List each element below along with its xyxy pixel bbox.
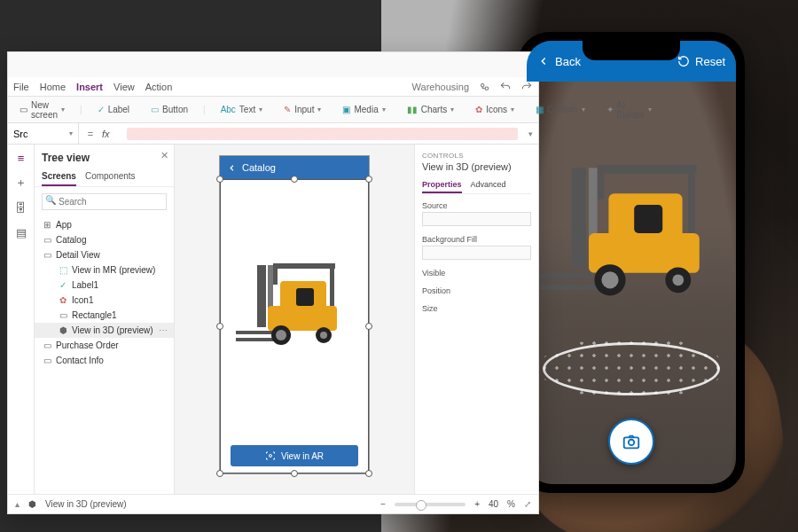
button-icon: ▭ — [151, 105, 159, 114]
screen-icon: ▭ — [42, 356, 52, 365]
rail-tree-button[interactable]: ≡ — [13, 150, 29, 166]
tree-node-view3d[interactable]: ⬢View in 3D (preview)⋯ — [35, 323, 174, 338]
tree-node-rect1[interactable]: ▭Rectangle1 — [35, 308, 174, 323]
zoom-out-button[interactable]: − — [380, 499, 386, 509]
zoom-pct: % — [507, 499, 515, 509]
resize-handle[interactable] — [291, 176, 298, 183]
tree-node-contact[interactable]: ▭Contact Info — [35, 353, 174, 368]
fit-screen-button[interactable]: ⤢ — [524, 499, 531, 509]
zoom-slider[interactable] — [395, 503, 466, 506]
resize-handle[interactable] — [216, 176, 223, 183]
camera-icon — [622, 432, 641, 451]
menu-home[interactable]: Home — [40, 82, 66, 92]
resize-handle[interactable] — [365, 176, 372, 183]
screen-icon: ▭ — [42, 340, 52, 350]
canvas-header-label: Catalog — [242, 162, 276, 173]
chevron-down-icon[interactable]: ▾ — [523, 129, 538, 138]
resize-handle[interactable] — [365, 470, 372, 477]
app-name-label: Warehousing — [412, 82, 469, 92]
tree-node-detail[interactable]: ▭Detail View — [35, 247, 174, 262]
prop-bgfill-label: Background Fill — [422, 235, 531, 244]
tab-screens[interactable]: Screens — [42, 168, 76, 186]
insert-label-button[interactable]: ✓ Label — [91, 102, 136, 117]
insert-custom-menu[interactable]: ▦Custom▾ — [529, 102, 591, 117]
tab-components[interactable]: Components — [85, 168, 136, 186]
selection-outline — [220, 179, 369, 473]
rail-insert-button[interactable]: ＋ — [13, 175, 29, 191]
insert-input-menu[interactable]: ✎Input▾ — [278, 102, 327, 117]
forklift-3d-model — [546, 162, 716, 318]
input-icon: ✎ — [284, 105, 291, 114]
phone-back-button[interactable]: Back — [537, 55, 581, 68]
tree-node-catalog[interactable]: ▭Catalog — [35, 232, 174, 247]
prop-bgfill-input[interactable] — [422, 246, 531, 260]
prop-source-label: Source — [422, 201, 531, 210]
undo-icon[interactable] — [499, 81, 512, 93]
reset-icon — [677, 55, 690, 67]
prop-visible-label: Visible — [422, 269, 531, 278]
zoom-in-button[interactable]: + — [474, 499, 480, 509]
svg-point-12 — [485, 87, 489, 90]
menu-view[interactable]: View — [113, 82, 135, 92]
formula-input[interactable] — [127, 128, 518, 140]
insert-button-button[interactable]: ▭ Button — [145, 102, 194, 117]
database-icon: 🗄 — [15, 201, 27, 215]
equals-label: = — [79, 129, 102, 139]
status-bar: ▴ ⬢ View in 3D (preview) − + 40 % ⤢ — [8, 494, 538, 513]
menu-action[interactable]: Action — [145, 82, 173, 92]
properties-pane: CONTROLS View in 3D (preview) Properties… — [414, 145, 538, 494]
screen-icon: ▭ — [42, 235, 52, 245]
phone-shutter-button[interactable] — [608, 419, 654, 465]
tree-node-view-mr[interactable]: ⬚View in MR (preview) — [35, 262, 174, 278]
insert-media-menu[interactable]: ▣Media▾ — [336, 102, 391, 117]
menu-file[interactable]: File — [13, 82, 29, 92]
property-selector[interactable]: Src▾ — [8, 123, 79, 144]
more-icon[interactable]: ⋯ — [159, 325, 168, 335]
app-checker-icon[interactable] — [478, 81, 490, 93]
rail-media-button[interactable]: ▤ — [13, 224, 29, 240]
insert-text-label: Text — [239, 105, 255, 114]
chevron-down-icon[interactable]: ▴ — [15, 499, 20, 509]
phone-back-label: Back — [555, 55, 581, 68]
prop-source-input[interactable] — [422, 212, 531, 226]
insert-toolbar: ▭ New screen ▾ | ✓ Label ▭ Button | AbcT… — [8, 97, 538, 123]
phone-notch — [583, 41, 680, 60]
canvas-device: Catalog View in — [219, 155, 370, 474]
tree-node-app[interactable]: ⊞App — [35, 217, 174, 232]
ar-floor-ring — [543, 342, 720, 395]
insert-icons-menu[interactable]: ✿Icons▾ — [469, 102, 520, 117]
tree-node-label1[interactable]: ✓Label1 — [35, 278, 174, 293]
insert-aibuilder-menu[interactable]: ✦AI Builder▾ — [600, 98, 658, 122]
resize-handle[interactable] — [291, 470, 298, 477]
formula-bar: Src▾ = fx ▾ — [8, 123, 538, 145]
insert-input-label: Input — [294, 105, 314, 114]
ai-icon: ✦ — [606, 105, 614, 114]
tree-title: Tree view — [35, 145, 174, 164]
canvas-area[interactable]: Catalog View in — [175, 145, 414, 494]
app-icon: ⊞ — [42, 220, 52, 230]
phone-ar-scene — [527, 82, 736, 484]
search-input[interactable] — [42, 193, 167, 210]
resize-handle[interactable] — [365, 323, 372, 330]
close-icon[interactable]: ✕ — [160, 150, 168, 161]
tree-node-icon1[interactable]: ✿Icon1 — [35, 293, 174, 308]
resize-handle[interactable] — [216, 323, 223, 330]
icons-icon: ✿ — [475, 105, 482, 114]
resize-handle[interactable] — [216, 470, 223, 477]
insert-icons-label: Icons — [486, 105, 507, 114]
menu-insert[interactable]: Insert — [76, 82, 103, 92]
tab-properties[interactable]: Properties — [422, 177, 462, 193]
insert-charts-label: Charts — [421, 105, 447, 114]
tab-advanced[interactable]: Advanced — [471, 177, 506, 193]
tree-tabs: Screens Components — [35, 168, 174, 187]
insert-text-menu[interactable]: AbcText▾ — [215, 102, 270, 117]
redo-icon[interactable] — [520, 81, 533, 93]
new-screen-button[interactable]: ▭ New screen ▾ — [13, 98, 71, 122]
property-label: Src — [13, 129, 28, 139]
tree-node-po[interactable]: ▭Purchase Order — [35, 338, 174, 353]
insert-charts-menu[interactable]: ▮▮Charts▾ — [401, 102, 460, 117]
charts-icon: ▮▮ — [407, 105, 418, 114]
rail-data-button[interactable]: 🗄 — [13, 200, 29, 215]
status-selection-icon: ⬢ — [28, 499, 36, 509]
phone-reset-button[interactable]: Reset — [677, 55, 725, 68]
